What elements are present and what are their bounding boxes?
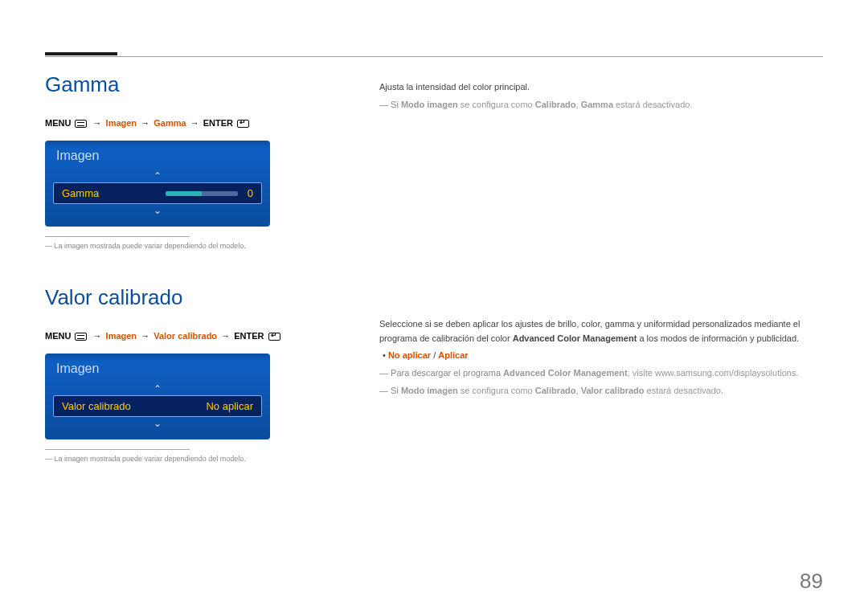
valor-description-block: Seleccione si se deben aplicar los ajust… — [379, 317, 823, 398]
note-dash: ― Si — [379, 386, 401, 395]
note-dash: ― Para descargar el programa — [379, 368, 503, 378]
note-dash: ― Si — [379, 100, 401, 109]
note-bold: Gamma — [581, 100, 613, 109]
footnote-inner: La imagen mostrada puede variar dependie… — [55, 242, 246, 250]
menu-label: MENU — [45, 331, 71, 341]
arrow-icon: → — [92, 118, 104, 128]
footnote-text: ― La imagen mostrada puede variar depend… — [45, 455, 310, 463]
footnote-inner: La imagen mostrada puede variar dependie… — [55, 455, 246, 463]
note-bold: Advanced Color Management — [503, 368, 628, 378]
osd-panel-valor: Imagen ⌃ Valor calibrado No aplicar ⌄ — [45, 353, 270, 439]
osd-row-gamma[interactable]: Gamma 0 — [53, 182, 262, 204]
note-bold: Valor calibrado — [581, 386, 645, 395]
left-column: Gamma MENU → Imagen → Gamma → ENTER Imag… — [45, 48, 310, 463]
thick-accent-rule — [45, 52, 117, 55]
gamma-description: Ajusta la intensidad del color principal… — [379, 80, 823, 95]
osd-panel-gamma: Imagen ⌃ Gamma 0 ⌄ — [45, 141, 270, 227]
breadcrumb-step: Imagen — [106, 331, 137, 341]
breadcrumb-valor: MENU → Imagen → Valor calibrado → ENTER — [45, 331, 310, 341]
section-title-gamma: Gamma — [45, 72, 310, 97]
desc-text: a los modos de información y publicidad. — [637, 333, 799, 343]
option-aplicar: Aplicar — [438, 350, 468, 360]
osd-title: Imagen — [53, 360, 262, 382]
arrow-icon: → — [139, 331, 151, 341]
page-content: Gamma MENU → Imagen → Gamma → ENTER Imag… — [0, 0, 868, 463]
desc-bold: Advanced Color Management — [513, 333, 637, 343]
menu-label: MENU — [45, 118, 71, 128]
note-text: estará desactivado. — [645, 386, 723, 395]
osd-row-value: No aplicar — [206, 400, 253, 412]
osd-row-label: Valor calibrado — [62, 400, 131, 412]
breadcrumb-step: Gamma — [154, 118, 186, 128]
note-bold: Modo imagen — [401, 100, 458, 109]
osd-row-value: 0 — [248, 187, 253, 199]
valor-note-download: ― Para descargar el programa Advanced Co… — [379, 366, 823, 381]
osd-row-label: Gamma — [62, 187, 99, 199]
note-bold: Modo imagen — [401, 386, 458, 395]
osd-row-valor[interactable]: Valor calibrado No aplicar — [53, 395, 262, 417]
arrow-icon: → — [189, 118, 201, 128]
chevron-down-icon[interactable]: ⌄ — [53, 204, 262, 217]
breadcrumb-step: Imagen — [106, 118, 137, 128]
arrow-icon: → — [139, 118, 151, 128]
breadcrumb-step: Valor calibrado — [154, 331, 217, 341]
menu-icon — [75, 120, 87, 128]
gamma-slider[interactable] — [166, 191, 238, 196]
horizontal-rule — [45, 56, 823, 57]
note-text: , visite www.samsung.com/displaysolution… — [628, 368, 799, 378]
menu-icon — [75, 333, 87, 341]
page-number: 89 — [800, 569, 823, 594]
option-no-aplicar: No aplicar — [388, 350, 431, 360]
note-text: se configura como — [458, 386, 535, 395]
footnote-rule — [45, 236, 190, 237]
footnote-text: ― La imagen mostrada puede variar depend… — [45, 242, 310, 250]
arrow-icon: → — [219, 331, 231, 341]
footnote-rule — [45, 449, 190, 450]
valor-description: Seleccione si se deben aplicar los ajust… — [379, 317, 823, 345]
bullet-icon: • — [383, 350, 388, 360]
section-title-valor: Valor calibrado — [45, 285, 310, 310]
osd-title: Imagen — [53, 147, 262, 170]
valor-note-disabled: ― Si Modo imagen se configura como Calib… — [379, 384, 823, 398]
note-text: se configura como — [458, 100, 535, 109]
gamma-note: ― Si Modo imagen se configura como Calib… — [379, 98, 823, 112]
chevron-up-icon[interactable]: ⌃ — [53, 170, 262, 182]
enter-icon — [268, 333, 280, 341]
note-bold: Calibrado — [535, 100, 576, 109]
enter-label: ENTER — [234, 331, 264, 341]
right-column: Ajusta la intensidad del color principal… — [379, 48, 823, 463]
chevron-up-icon[interactable]: ⌃ — [53, 382, 262, 395]
chevron-down-icon[interactable]: ⌄ — [53, 417, 262, 430]
option-sep: / — [431, 350, 438, 360]
note-bold: Calibrado — [535, 386, 576, 395]
breadcrumb-gamma: MENU → Imagen → Gamma → ENTER — [45, 118, 310, 128]
note-text: estará desactivado. — [613, 100, 692, 109]
enter-icon — [237, 120, 249, 128]
valor-options: • No aplicar / Aplicar — [383, 349, 823, 363]
enter-label: ENTER — [203, 118, 233, 128]
arrow-icon: → — [92, 331, 104, 341]
